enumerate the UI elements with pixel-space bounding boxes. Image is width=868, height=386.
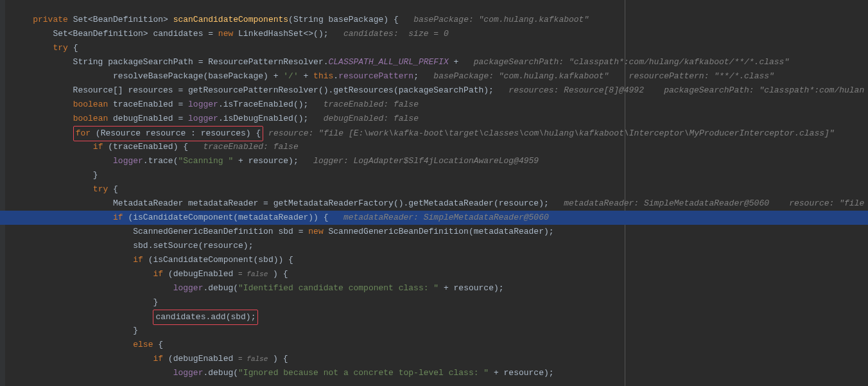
code-line[interactable]: if (debugEnabled = false ) { [0,267,868,281]
code-line[interactable]: MetadataReader metadataReader = getMetad… [0,197,868,211]
code-line[interactable]: logger.debug("Identified candidate compo… [0,281,868,295]
code-line[interactable]: if (isCandidateComponent(sbd)) { [0,253,868,267]
code-line[interactable]: try { [0,182,868,197]
code-line[interactable]: private Set<BeanDefinition> scanCandidat… [0,13,868,27]
code-editor[interactable]: private Set<BeanDefinition> scanCandidat… [0,13,868,380]
code-line[interactable]: } [0,295,868,310]
code-line-current[interactable]: if (isCandidateComponent(metadataReader)… [0,211,868,225]
code-line[interactable]: logger.trace("Scanning " + resource); lo… [0,154,868,168]
code-line[interactable]: ScannedGenericBeanDefinition sbd = new S… [0,225,868,239]
code-line[interactable]: resolveBasePackage(basePackage) + '/' + … [0,69,868,83]
code-line[interactable]: } [0,324,868,338]
code-line[interactable]: Resource[] resources = getResourcePatter… [0,83,868,98]
code-line[interactable]: else { [0,338,868,352]
code-line-annotated[interactable]: candidates.add(sbd); [0,310,868,324]
code-line[interactable]: } [0,168,868,182]
code-line[interactable]: if (debugEnabled = false ) { [0,352,868,366]
annotation-box: for (Resource resource : resources) { [73,126,264,141]
code-line[interactable]: Set<BeanDefinition> candidates = new Lin… [0,27,868,41]
code-line[interactable]: String packageSearchPath = ResourcePatte… [0,55,868,69]
code-line[interactable]: boolean debugEnabled = logger.isDebugEna… [0,112,868,126]
code-line[interactable]: if (traceEnabled) { traceEnabled: false [0,140,868,154]
code-line[interactable]: try { [0,41,868,55]
code-line[interactable]: sbd.setSource(resource); [0,239,868,253]
code-line[interactable]: logger.debug("Ignored because not a conc… [0,366,868,380]
code-line[interactable]: boolean traceEnabled = logger.isTraceEna… [0,98,868,112]
annotation-box: candidates.add(sbd); [153,310,258,325]
code-line-annotated[interactable]: for (Resource resource : resources) { re… [0,126,868,140]
